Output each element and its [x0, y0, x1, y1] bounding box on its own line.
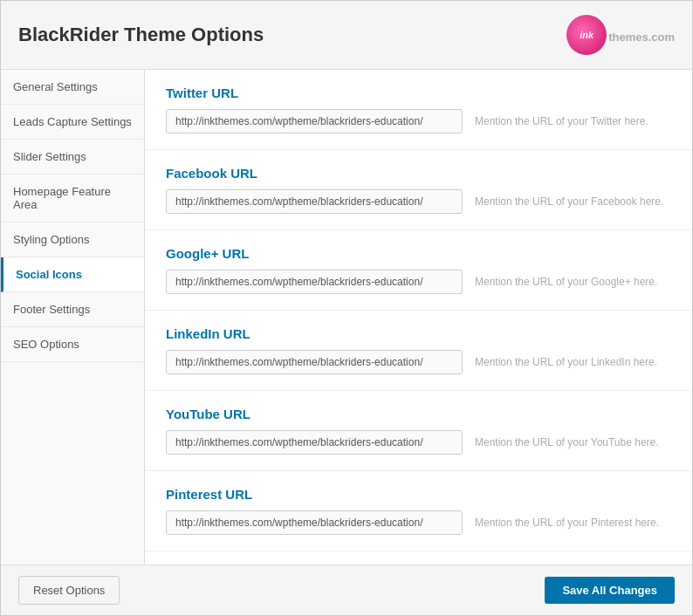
section-linkedin-url: LinkedIn URLMention the URL of your Link… [145, 311, 692, 391]
field-row-googleplus-url: Mention the URL of your Google+ here. [166, 270, 671, 294]
field-row-twitter-url: Mention the URL of your Twitter here. [166, 109, 671, 133]
hint-facebook-url: Mention the URL of your Facebook here. [475, 195, 671, 208]
input-facebook-url[interactable] [166, 189, 463, 214]
sidebar-item-social-icons[interactable]: Social Icons [1, 257, 144, 292]
sidebar: General Settings Leads Capture Settings … [1, 70, 145, 565]
logo-icon-text: ink [580, 30, 594, 40]
header: BlackRider Theme Options ink themes.com [1, 1, 692, 70]
hint-youtube-url: Mention the URL of your YouTube here. [475, 436, 671, 448]
field-row-youtube-url: Mention the URL of your YouTube here. [166, 430, 671, 455]
field-row-linkedin-url: Mention the URL of your LinkedIn here. [166, 350, 671, 374]
input-linkedin-url[interactable] [166, 350, 463, 374]
logo-icon: ink [566, 15, 607, 55]
footer: Reset Options Save All Changes [1, 565, 692, 615]
sidebar-item-footer-settings[interactable]: Footer Settings [1, 292, 144, 327]
sidebar-item-leads-capture-settings[interactable]: Leads Capture Settings [1, 105, 144, 140]
save-button[interactable]: Save All Changes [545, 577, 675, 604]
title-youtube-url: YouTube URL [166, 407, 671, 421]
body: General Settings Leads Capture Settings … [1, 70, 692, 565]
input-googleplus-url[interactable] [166, 270, 463, 294]
title-twitter-url: Twitter URL [166, 86, 671, 100]
input-pinterest-url[interactable] [166, 510, 463, 535]
sidebar-item-seo-options[interactable]: SEO Options [1, 327, 144, 362]
page-title: BlackRider Theme Options [18, 24, 264, 46]
sidebar-item-styling-options[interactable]: Styling Options [1, 222, 144, 257]
app-container: BlackRider Theme Options ink themes.com … [0, 0, 693, 616]
input-youtube-url[interactable] [166, 430, 463, 455]
title-linkedin-url: LinkedIn URL [166, 326, 671, 341]
title-googleplus-url: Google+ URL [166, 246, 671, 261]
logo-brand-text: themes.com [608, 24, 675, 46]
sidebar-item-slider-settings[interactable]: Slider Settings [1, 140, 144, 175]
hint-linkedin-url: Mention the URL of your LinkedIn here. [475, 356, 671, 368]
section-youtube-url: YouTube URLMention the URL of your YouTu… [145, 391, 692, 471]
input-twitter-url[interactable] [166, 109, 463, 133]
section-facebook-url: Facebook URLMention the URL of your Face… [145, 150, 692, 230]
section-pinterest-url: Pinterest URLMention the URL of your Pin… [145, 471, 692, 551]
hint-twitter-url: Mention the URL of your Twitter here. [475, 115, 671, 127]
section-twitter-url: Twitter URLMention the URL of your Twitt… [145, 70, 692, 150]
hint-googleplus-url: Mention the URL of your Google+ here. [475, 276, 671, 288]
title-pinterest-url: Pinterest URL [166, 487, 671, 502]
field-row-pinterest-url: Mention the URL of your Pinterest here. [166, 510, 671, 535]
reset-button[interactable]: Reset Options [18, 576, 120, 605]
sidebar-item-general-settings[interactable]: General Settings [1, 70, 144, 105]
title-facebook-url: Facebook URL [166, 166, 671, 181]
main-content: Twitter URLMention the URL of your Twitt… [145, 70, 692, 565]
section-googleplus-url: Google+ URLMention the URL of your Googl… [145, 230, 692, 311]
hint-pinterest-url: Mention the URL of your Pinterest here. [475, 517, 671, 529]
sidebar-item-homepage-feature-area[interactable]: Homepage Feature Area [1, 175, 144, 222]
field-row-facebook-url: Mention the URL of your Facebook here. [166, 189, 671, 214]
logo: ink themes.com [566, 15, 675, 55]
